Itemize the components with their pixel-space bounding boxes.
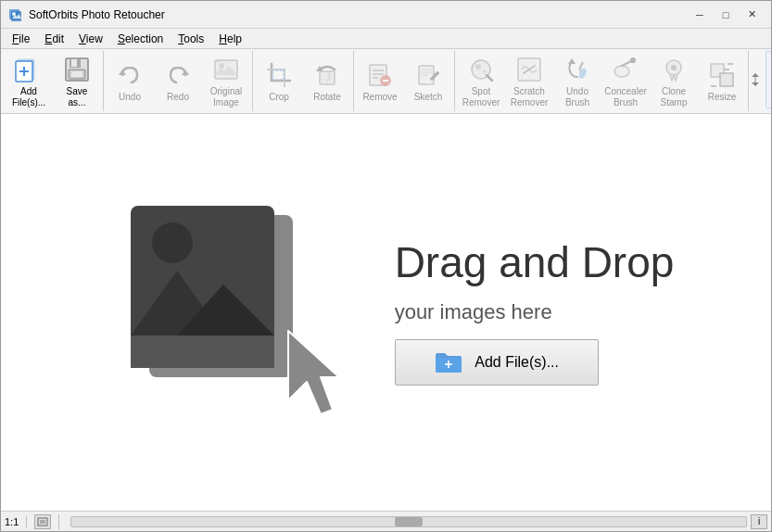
svg-marker-53 <box>752 73 759 77</box>
spot-icon <box>466 55 496 84</box>
drop-icon-area <box>98 183 358 442</box>
scratch-remover-label: ScratchRemover <box>511 86 549 108</box>
redo-icon <box>163 60 193 90</box>
add-files-label: AddFile(s)... <box>12 86 45 108</box>
crop-icon <box>264 60 294 90</box>
clone-stamp-button[interactable]: CloneStamp <box>650 53 698 110</box>
menu-selection[interactable]: Selection <box>110 31 171 47</box>
status-bar: 1:1 i <box>1 511 771 531</box>
toolbar-group-basic-tools: Remove Sketch <box>354 51 455 111</box>
undo-brush-button[interactable]: UndoBrush <box>553 53 601 110</box>
info-button[interactable]: i <box>751 514 767 529</box>
svg-rect-10 <box>71 59 77 67</box>
crop-label: Crop <box>269 92 289 103</box>
menu-bar: File Edit View Selection Tools Help <box>1 29 771 49</box>
toolbar: AddFile(s)... Saveas... <box>1 49 771 114</box>
undo-button[interactable]: Undo <box>106 53 154 110</box>
svg-point-46 <box>671 65 677 70</box>
undo-icon <box>115 60 145 90</box>
undo-label: Undo <box>119 92 141 103</box>
svg-line-38 <box>487 75 492 81</box>
drop-area[interactable]: Drag and Drop your images here Add File(… <box>1 114 771 511</box>
rotate-button[interactable]: Rotate <box>303 53 351 110</box>
toolbar-group-transform: Crop Rotate <box>253 51 354 111</box>
drag-drop-title: Drag and Drop <box>395 239 675 286</box>
add-file-icon <box>14 55 44 84</box>
undo-brush-icon <box>563 55 592 84</box>
svg-marker-63 <box>288 331 339 414</box>
svg-point-36 <box>475 64 481 70</box>
concealer-brush-label: ConcealerBrush <box>604 86 647 108</box>
drop-content: Drag and Drop your images here Add File(… <box>98 183 675 442</box>
menu-help[interactable]: Help <box>211 31 249 47</box>
maximize-button[interactable]: □ <box>714 6 738 24</box>
crop-button[interactable]: Crop <box>255 53 303 110</box>
fit-view-button[interactable] <box>34 514 51 529</box>
original-image-label: OriginalImage <box>210 86 242 108</box>
undo-brush-label: UndoBrush <box>565 86 589 108</box>
rotate-icon <box>312 60 342 90</box>
spot-remover-label: SpotRemover <box>462 86 500 108</box>
minimize-button[interactable]: ─ <box>688 6 712 24</box>
next-icon <box>768 58 772 88</box>
sketch-label: Sketch <box>414 92 443 103</box>
drag-drop-subtitle: your images here <box>395 300 552 324</box>
next-button[interactable]: Next <box>766 51 772 108</box>
save-icon <box>62 55 92 84</box>
folder-icon <box>434 349 463 375</box>
title-bar: SoftOrbits Photo Retoucher ─ □ ✕ <box>1 1 771 29</box>
add-files-button[interactable]: AddFile(s)... <box>5 53 53 110</box>
svg-point-59 <box>152 222 193 263</box>
menu-edit[interactable]: Edit <box>37 31 71 47</box>
svg-rect-12 <box>71 71 82 77</box>
svg-point-44 <box>630 57 636 63</box>
sketch-button[interactable]: Sketch <box>404 53 452 110</box>
menu-tools[interactable]: Tools <box>171 31 211 47</box>
svg-rect-48 <box>720 73 733 86</box>
scrollbar-thumb[interactable] <box>395 517 423 526</box>
remove-icon <box>365 60 395 90</box>
menu-file[interactable]: File <box>5 31 37 47</box>
svg-line-41 <box>579 62 583 70</box>
horizontal-scrollbar[interactable] <box>70 516 747 527</box>
menu-view[interactable]: View <box>71 31 110 47</box>
toolbar-overflow <box>751 51 760 108</box>
save-as-button[interactable]: Saveas... <box>53 53 101 110</box>
clone-stamp-label: CloneStamp <box>661 86 688 108</box>
svg-rect-62 <box>131 336 274 368</box>
clone-icon <box>659 55 689 84</box>
save-as-label: Saveas... <box>67 86 88 108</box>
close-button[interactable]: ✕ <box>740 6 764 24</box>
scratch-icon <box>514 55 544 84</box>
view-buttons <box>34 514 59 529</box>
svg-point-16 <box>219 63 224 69</box>
svg-point-42 <box>614 66 629 77</box>
sketch-icon <box>413 60 443 90</box>
scratch-remover-button[interactable]: ScratchRemover <box>505 53 553 110</box>
redo-button[interactable]: Redo <box>154 53 202 110</box>
concealer-brush-button[interactable]: ConcealerBrush <box>601 53 650 110</box>
toolbar-group-history: Undo Redo OriginalImage <box>104 51 253 111</box>
svg-point-37 <box>483 70 487 73</box>
resize-button[interactable]: Resize <box>698 53 746 110</box>
toolbar-group-file: AddFile(s)... Saveas... <box>3 51 104 111</box>
window-title: SoftOrbits Photo Retoucher <box>29 8 688 21</box>
resize-label: Resize <box>708 92 737 103</box>
rotate-label: Rotate <box>313 92 340 103</box>
concealer-icon <box>611 55 640 84</box>
window-controls: ─ □ ✕ <box>688 6 764 24</box>
toolbar-group-advanced: SpotRemover ScratchRemover <box>455 51 749 111</box>
main-content: Drag and Drop your images here Add File(… <box>1 114 771 511</box>
svg-marker-40 <box>568 58 576 64</box>
app-icon <box>8 7 23 22</box>
remove-button[interactable]: Remove <box>356 53 404 110</box>
original-icon <box>211 55 241 84</box>
spot-remover-button[interactable]: SpotRemover <box>457 53 505 110</box>
original-image-button[interactable]: OriginalImage <box>202 53 250 110</box>
redo-label: Redo <box>167 92 189 103</box>
svg-rect-24 <box>320 71 335 84</box>
add-files-main-label: Add File(s)... <box>475 354 559 371</box>
svg-rect-22 <box>272 70 284 80</box>
resize-icon <box>707 60 737 90</box>
add-files-main-button[interactable]: Add File(s)... <box>395 339 599 386</box>
